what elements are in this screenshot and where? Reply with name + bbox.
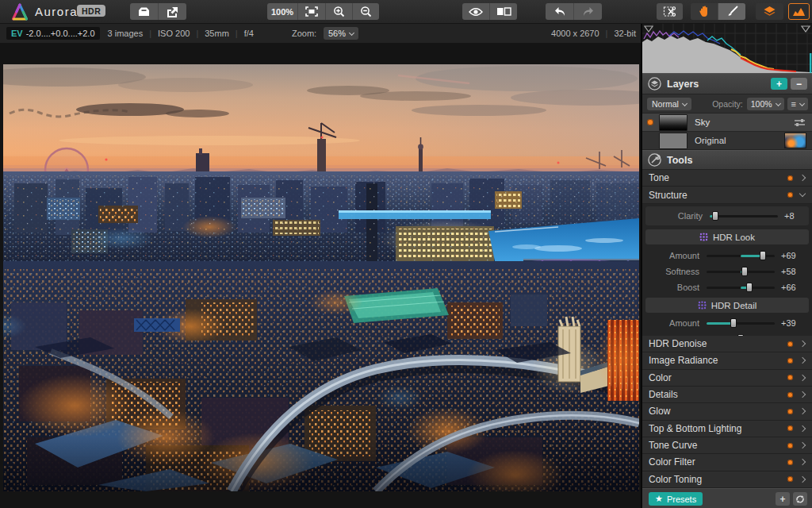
- tool-section-tone-curve[interactable]: Tone Curve: [642, 437, 812, 454]
- amount-slider-track[interactable]: [707, 322, 775, 325]
- app-badge: HDR: [77, 5, 105, 17]
- brush-icon: [726, 6, 738, 17]
- aperture: f/4: [244, 29, 254, 38]
- slider-value: +39: [781, 318, 802, 328]
- enabled-dot-icon[interactable]: [787, 341, 793, 347]
- main-toolbar: Aurora HDR 100%: [0, 0, 812, 24]
- right-panel: Layers + − Normal Opacity: 100% ≡ Sky: [641, 23, 812, 508]
- tool-section-color-toning[interactable]: Color Toning: [642, 471, 812, 488]
- layer-menu-button[interactable]: ≡: [787, 98, 808, 110]
- histogram-panel[interactable]: [642, 23, 812, 74]
- enabled-dot-icon[interactable]: [787, 175, 793, 181]
- ev-bracketing-badge[interactable]: EV -2.0....+0.0....+2.0: [6, 27, 100, 40]
- tool-section-details[interactable]: Details: [642, 387, 812, 403]
- redo-button[interactable]: [574, 3, 602, 20]
- enabled-dot-icon[interactable]: [787, 460, 793, 465]
- preview-eye-button[interactable]: [462, 3, 490, 20]
- zoom-out-icon: [360, 6, 372, 17]
- crop-scissors-icon: [663, 6, 676, 17]
- amount-slider-track[interactable]: [707, 255, 775, 257]
- enabled-dot-icon[interactable]: [787, 425, 793, 431]
- refresh-presets-button[interactable]: [793, 492, 807, 506]
- layer-row-sky[interactable]: Sky: [642, 114, 812, 132]
- editor-stage: [0, 43, 641, 508]
- tool-section-label: Color: [649, 372, 787, 383]
- slider-value: +58: [781, 267, 802, 276]
- slider-label: Softness: [642, 267, 699, 276]
- chevron-right-icon: [799, 175, 806, 181]
- zoom-100-button[interactable]: 100%: [267, 3, 298, 20]
- chevron-down-icon: [799, 190, 806, 197]
- enabled-dot-icon[interactable]: [787, 358, 793, 364]
- open-button[interactable]: [130, 3, 159, 20]
- compare-button[interactable]: [490, 3, 517, 20]
- photo-canvas[interactable]: [3, 64, 639, 491]
- zoom-out-button[interactable]: [353, 3, 379, 20]
- undo-button[interactable]: [546, 3, 574, 20]
- blend-options-row: Normal Opacity: 100% ≡: [642, 94, 812, 114]
- amount-slider-handle[interactable]: [730, 318, 737, 328]
- export-arrow-icon: [166, 6, 179, 17]
- softness-slider-track[interactable]: [707, 271, 775, 273]
- tool-section-tone[interactable]: Tone: [642, 170, 812, 187]
- hdr-detail-header[interactable]: HDR Detail: [645, 298, 809, 313]
- clarity-slider-handle[interactable]: [712, 211, 718, 221]
- fit-screen-icon: [305, 6, 318, 17]
- tool-section-glow[interactable]: Glow: [642, 403, 812, 420]
- enabled-dot-icon[interactable]: [787, 443, 793, 448]
- view-button-group: [462, 3, 517, 20]
- layer-row-original[interactable]: Original: [642, 132, 812, 150]
- separator: |: [149, 29, 151, 38]
- enabled-dot-icon[interactable]: [787, 409, 793, 414]
- chevron-down-icon: [776, 101, 781, 106]
- presets-button[interactable]: ★ Presets: [649, 492, 703, 506]
- zoom-in-icon: [333, 6, 345, 17]
- add-layer-button[interactable]: +: [771, 78, 787, 90]
- boost-slider-handle[interactable]: [746, 283, 753, 292]
- enabled-dot-icon[interactable]: [787, 392, 793, 398]
- crop-button[interactable]: [657, 3, 683, 20]
- ev-range: -2.0....+0.0....+2.0: [26, 29, 95, 38]
- histogram-toggle-button[interactable]: [788, 3, 810, 20]
- tool-section-image-radiance[interactable]: Image Radiance: [642, 352, 812, 369]
- hdr-detail-title: HDR Detail: [711, 301, 757, 310]
- tool-section-top-bottom-lighting[interactable]: Top & Bottom Lighting: [642, 421, 812, 437]
- focal-length: 35mm: [205, 29, 229, 38]
- zoom-select-value: 56%: [328, 29, 346, 38]
- hdr-look-icon: [699, 233, 708, 241]
- tool-section-label: Glow: [649, 406, 787, 417]
- fit-screen-button[interactable]: [298, 3, 326, 20]
- softness-slider-handle[interactable]: [741, 267, 748, 276]
- amount-slider-handle[interactable]: [760, 251, 766, 260]
- clarity-slider-track[interactable]: [710, 215, 778, 217]
- blend-mode-select[interactable]: Normal: [647, 98, 691, 110]
- tool-section-label: Color Filter: [649, 456, 787, 468]
- layer-visibility-icon[interactable]: [647, 119, 653, 125]
- tool-section-structure[interactable]: Structure: [642, 187, 812, 204]
- remove-layer-button[interactable]: −: [791, 78, 807, 90]
- slider-value: +69: [781, 251, 802, 260]
- export-button[interactable]: [159, 3, 186, 20]
- tool-section-color[interactable]: Color: [642, 370, 812, 387]
- tool-section-color-filter[interactable]: Color Filter: [642, 454, 812, 471]
- zoom-select[interactable]: 56%: [324, 27, 358, 40]
- layer-adjust-sliders-icon[interactable]: [794, 118, 806, 127]
- tool-section-hdr-denoise[interactable]: HDR Denoise: [642, 336, 812, 352]
- enabled-dot-icon[interactable]: [787, 476, 793, 482]
- hdr-look-header[interactable]: HDR Look: [645, 229, 809, 244]
- hand-tool-button[interactable]: [691, 3, 718, 20]
- brush-tool-button[interactable]: [718, 3, 745, 20]
- zoom-in-button[interactable]: [326, 3, 353, 20]
- chevron-right-icon: [799, 425, 806, 432]
- chevron-right-icon: [799, 357, 806, 364]
- boost-slider-track[interactable]: [707, 287, 775, 289]
- chevron-down-icon: [682, 101, 688, 106]
- enabled-dot-icon[interactable]: [787, 192, 793, 198]
- opacity-select[interactable]: 100%: [747, 98, 784, 110]
- add-preset-button[interactable]: +: [776, 492, 790, 506]
- hdr-look-softness-row: Softness +58: [642, 264, 812, 279]
- layers-panel-icon: [648, 77, 661, 90]
- layers-toggle-button[interactable]: [756, 3, 783, 20]
- enabled-dot-icon[interactable]: [787, 375, 793, 380]
- zoom-label: Zoom:: [292, 29, 316, 38]
